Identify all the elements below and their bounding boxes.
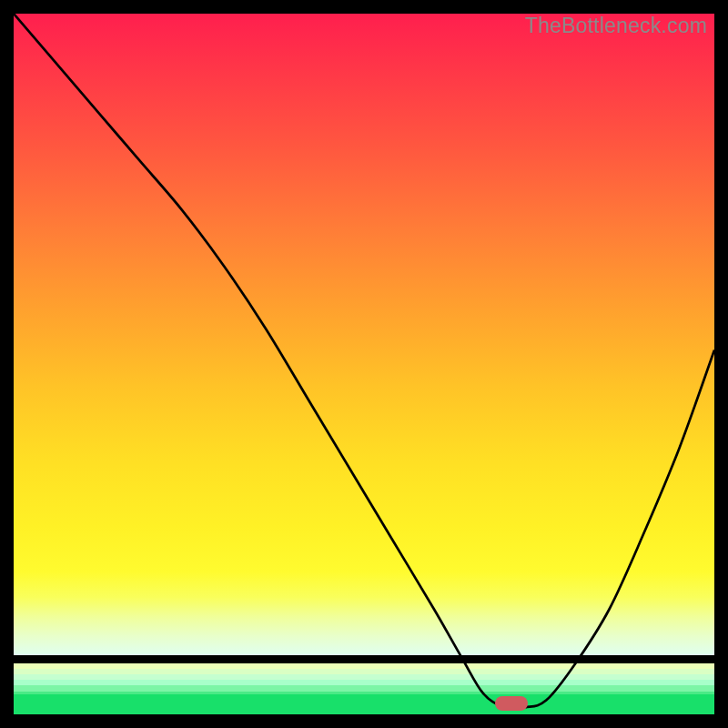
chart-stage: TheBottleneck.com (0, 0, 728, 728)
plot-area: TheBottleneck.com (14, 14, 714, 714)
curve-path (14, 14, 714, 709)
minimum-marker (495, 696, 528, 711)
bottleneck-curve (14, 14, 714, 714)
watermark-text: TheBottleneck.com (525, 14, 707, 38)
